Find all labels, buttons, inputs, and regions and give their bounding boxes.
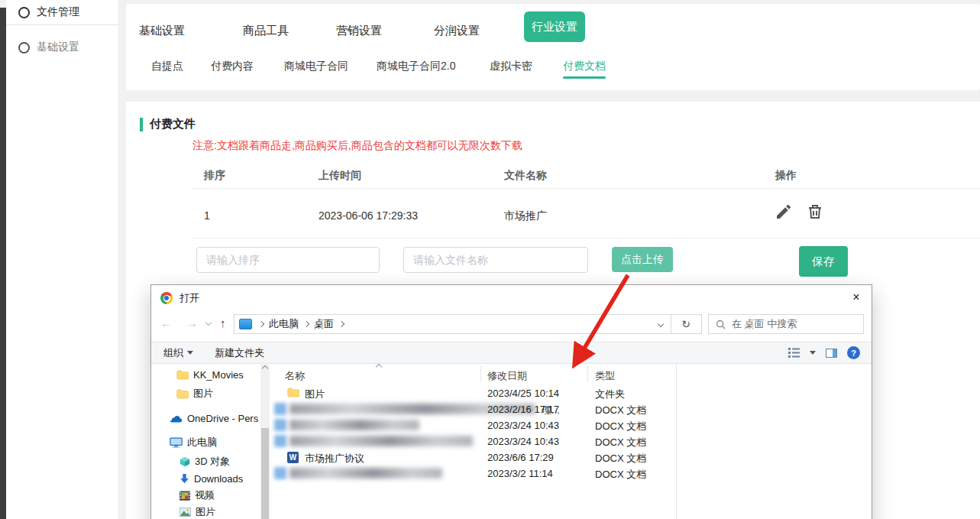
view-mode-icon[interactable] [788, 348, 800, 358]
new-folder-label: 新建文件夹 [215, 346, 264, 360]
scrollbar-thumb[interactable] [261, 428, 269, 519]
file-row-market-promo-agreement[interactable]: W 市场推广协议 2023/6/6 17:29 DOCX 文档 [270, 449, 675, 465]
left-edge-strip [0, 8, 6, 519]
subtab-virtual-card[interactable]: 虚拟卡密 [490, 60, 532, 73]
open-file-dialog: 打开 × ← → ↑ 此电脑 桌面 ↻ [150, 284, 872, 519]
subtab-paid-content[interactable]: 付费内容 [211, 60, 254, 73]
tree-item-videos[interactable]: 视频 [151, 487, 260, 504]
file-name: 市场推广协议 [305, 452, 364, 465]
redacted-file-icon [274, 403, 286, 415]
subtab-pickup-point[interactable]: 自提点 [151, 60, 183, 73]
address-dropdown-icon[interactable] [658, 321, 664, 327]
tree-item-label: 视频 [195, 488, 215, 502]
file-row-pictures[interactable]: 图片 2023/4/25 10:14 文件夹 [270, 385, 675, 401]
breadcrumb-this-pc[interactable]: 此电脑 [269, 317, 299, 331]
subtab-paid-documents-active[interactable]: 付费文档 [563, 60, 606, 73]
redacted-file-icon [274, 467, 286, 479]
breadcrumb-separator-icon [303, 321, 309, 327]
refresh-button[interactable]: ↻ [671, 314, 702, 334]
breadcrumb-desktop[interactable]: 桌面 [314, 317, 334, 331]
tab-basic-settings[interactable]: 基础设置 [139, 24, 185, 38]
tree-scrollbar[interactable] [260, 362, 270, 519]
organize-menu[interactable]: 组织 [163, 346, 193, 360]
dialog-body: KK_Movies 图片 OneDrive - Pers [151, 362, 872, 519]
tree-item-pictures[interactable]: 图片 [151, 504, 260, 519]
file-list: 名称 修改日期 类型 图片 2023/4/25 10:14 文件夹 [270, 362, 675, 519]
cell-sort: 1 [204, 209, 210, 222]
folder-icon [287, 388, 299, 397]
column-divider[interactable] [480, 365, 481, 382]
file-type: DOCX 文档 [595, 436, 646, 449]
file-name-input[interactable] [403, 247, 588, 273]
tree-item-kk-movies[interactable]: KK_Movies [151, 366, 260, 383]
radio-circle-icon [18, 42, 30, 54]
scroll-up-icon[interactable] [262, 365, 268, 371]
redacted-file-name [289, 468, 442, 478]
tab-product-tools[interactable]: 商品工具 [243, 24, 289, 38]
chrome-icon [160, 292, 173, 304]
file-row-redacted[interactable]: 2023/3/24 10:43 DOCX 文档 [270, 417, 675, 433]
redacted-file-name [289, 420, 419, 430]
address-bar[interactable]: 此电脑 桌面 [234, 314, 671, 334]
save-button[interactable]: 保存 [799, 246, 848, 277]
download-arrow-icon [180, 473, 189, 484]
tree-item-label: 此电脑 [187, 436, 217, 449]
redacted-file-icon [274, 435, 286, 447]
row-divider [191, 238, 980, 238]
tree-item-label: Downloads [194, 473, 243, 485]
sidebar-item-label: 文件管理 [37, 5, 79, 19]
up-icon[interactable]: ↑ [220, 316, 226, 329]
back-icon[interactable]: ← [160, 316, 172, 329]
tab-profit-settings[interactable]: 分润设置 [434, 24, 480, 38]
video-icon [180, 491, 190, 501]
column-type[interactable]: 类型 [595, 369, 615, 383]
row-divider [191, 188, 980, 189]
file-row-redacted[interactable]: 理... 2023/2/16 17:17 DOCX 文档 [270, 401, 675, 417]
delete-icon[interactable] [806, 203, 824, 221]
subtab-mall-econtract[interactable]: 商城电子合同 [284, 60, 348, 73]
3d-cube-icon [180, 456, 190, 467]
file-name: 图片 [305, 388, 325, 401]
file-row-redacted[interactable]: 2023/3/24 10:43 DOCX 文档 [270, 433, 675, 449]
file-type: 文件夹 [595, 388, 625, 401]
organize-label: 组织 [163, 346, 183, 360]
column-name[interactable]: 名称 [285, 369, 305, 383]
preview-pane: 选择要预览的文件。 [676, 362, 872, 519]
active-subtab-underline [563, 76, 606, 79]
edit-icon[interactable] [775, 203, 793, 221]
file-type: DOCX 文档 [595, 404, 646, 417]
file-date: 2023/2/16 17:17 [487, 404, 559, 415]
tree-item-onedrive[interactable]: OneDrive - Pers [151, 410, 260, 427]
sidebar-item-file-management[interactable]: 文件管理 [6, 0, 118, 25]
dialog-titlebar[interactable]: 打开 × [151, 285, 872, 310]
recent-locations-icon[interactable] [205, 320, 212, 326]
tree-item-downloads[interactable]: Downloads [151, 470, 260, 487]
onedrive-cloud-icon [170, 414, 183, 423]
view-mode-caret-icon[interactable] [810, 351, 816, 355]
section-accent-bar [140, 118, 143, 131]
column-date-modified[interactable]: 修改日期 [487, 369, 527, 383]
folder-tree: KK_Movies 图片 OneDrive - Pers [151, 362, 260, 519]
file-row-redacted[interactable]: 2023/3/2 11:14 DOCX 文档 [270, 465, 675, 482]
search-box[interactable]: 在 桌面 中搜索 [708, 314, 864, 334]
close-icon[interactable]: × [846, 288, 867, 307]
forward-icon[interactable]: → [186, 316, 198, 329]
tree-item-this-pc[interactable]: 此电脑 [151, 434, 260, 451]
tab-industry-settings-active[interactable]: 行业设置 [524, 11, 585, 42]
sidebar-item-basic-settings[interactable]: 基础设置 [6, 35, 118, 60]
preview-pane-icon[interactable] [826, 349, 837, 358]
click-upload-button[interactable]: 点击上传 [612, 247, 673, 272]
column-divider[interactable] [587, 365, 588, 382]
tab-marketing-settings[interactable]: 营销设置 [336, 24, 382, 38]
help-icon[interactable]: ? [847, 346, 860, 359]
refresh-icon: ↻ [681, 318, 691, 330]
sort-input[interactable] [196, 247, 380, 273]
folder-icon [176, 370, 189, 380]
file-date: 2023/3/24 10:43 [487, 420, 559, 431]
file-date: 2023/4/25 10:14 [487, 388, 559, 399]
tree-item-pictures-folder[interactable]: 图片 [151, 385, 260, 402]
new-folder-button[interactable]: 新建文件夹 [215, 346, 264, 360]
tree-item-3d-objects[interactable]: 3D 对象 [151, 453, 260, 470]
dialog-nav-row: ← → ↑ 此电脑 桌面 ↻ 在 桌面 中搜索 [151, 310, 872, 338]
subtab-mall-econtract-2[interactable]: 商城电子合同2.0 [377, 60, 455, 73]
